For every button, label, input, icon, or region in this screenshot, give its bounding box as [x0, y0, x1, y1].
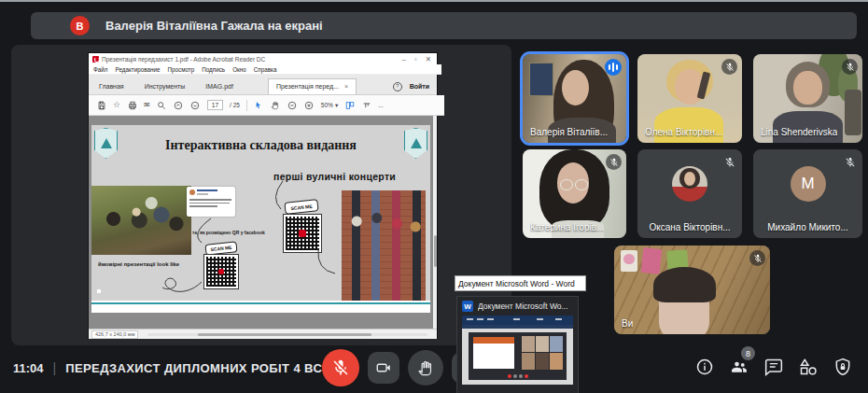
tab-imag-pdf[interactable]: IMAG.pdf	[195, 78, 244, 94]
acrobat-reader-window: Презентація передзахист 1.pdf - Adobe Ac…	[89, 53, 437, 338]
chat-icon[interactable]	[763, 357, 784, 377]
activities-icon[interactable]	[798, 357, 819, 377]
search-icon[interactable]	[157, 100, 167, 110]
menu-help[interactable]: Справка	[254, 66, 277, 73]
screen-share-tile[interactable]: Презентація передзахист 1.pdf - Adobe Ac…	[11, 45, 511, 345]
avatar-initial: М	[791, 166, 826, 202]
active-tab-label: Презентація перед...	[276, 79, 339, 94]
page-down-icon[interactable]	[190, 100, 201, 110]
people-icon[interactable]: 8	[729, 357, 749, 377]
mic-off-icon	[842, 154, 858, 170]
participant-name: Катерина Ігорів...	[530, 222, 604, 232]
participant-tile-lina[interactable]: Lina Shenderivska	[753, 54, 862, 143]
participant-tile-valeriia[interactable]: Валерія Віталіїв...	[523, 54, 626, 143]
maximize-icon[interactable]: ▫	[414, 55, 417, 63]
slide-artifact-dot	[97, 289, 101, 293]
page-dimensions-label: 426,7 x 240,0 мм	[91, 330, 138, 339]
print-icon[interactable]	[127, 100, 137, 110]
word-preview-title: Документ Microsoft Wo...	[478, 302, 568, 311]
participant-tile-you[interactable]: Ви	[614, 246, 770, 334]
info-icon[interactable]	[694, 357, 715, 377]
participant-name: Lina Shenderivska	[761, 127, 837, 137]
email-icon[interactable]: ✉	[144, 102, 150, 109]
page-number-input[interactable]: 17	[207, 100, 223, 110]
word-ribbon	[462, 316, 573, 325]
zoom-out-icon[interactable]	[287, 100, 298, 110]
participant-name: Валерія Віталіїв...	[530, 127, 608, 137]
minimize-icon[interactable]: –	[402, 55, 406, 63]
participant-tile-oksana[interactable]: Оксана Вікторівн...	[637, 149, 742, 238]
word-window-thumbnail[interactable]	[462, 316, 573, 385]
university-logo-right	[404, 128, 427, 159]
post-text-line	[189, 199, 231, 201]
horizontal-scrollbar[interactable]	[147, 333, 427, 336]
meeting-title: ПЕРЕДЗАХИСТ ДИПЛОМНИХ РОБІТ 4 ВС	[65, 361, 322, 375]
slide-left-caption: ймовірні презентації look like	[98, 261, 179, 267]
post-text-line	[189, 205, 217, 207]
presenting-message: Валерія Віталіївна Гажала на екрані	[105, 19, 323, 33]
acrobat-menubar: Файл Редактирование Просмотр Подпись Окн…	[89, 64, 441, 75]
participant-tile-olena[interactable]: Олена Вікторівн...	[637, 54, 742, 143]
menu-window[interactable]: Окно	[232, 66, 246, 73]
word-taskbar-preview[interactable]: W Документ Microsoft Wo...	[456, 296, 579, 393]
more-tools-icon[interactable]: ...	[378, 102, 383, 108]
speaking-indicator-icon	[605, 59, 622, 76]
participant-name: Олена Вікторівн...	[645, 127, 722, 137]
zoom-in-icon[interactable]	[304, 100, 315, 110]
menu-file[interactable]: Файл	[93, 66, 107, 73]
host-controls-icon[interactable]	[833, 357, 853, 377]
raise-hand-button[interactable]	[408, 350, 443, 386]
page-up-icon[interactable]	[174, 100, 184, 110]
menu-view[interactable]: Просмотр	[167, 66, 194, 73]
help-icon[interactable]: ?	[393, 82, 402, 91]
embedded-meeting-screenshot	[469, 332, 567, 380]
mic-off-icon	[842, 59, 858, 75]
participants-count-badge: 8	[741, 346, 755, 360]
zoom-level-select[interactable]: 50%▾	[321, 102, 338, 109]
vertical-scrollbar[interactable]	[433, 116, 437, 329]
tab-close-icon[interactable]: ×	[344, 79, 348, 94]
vertical-scrollbar-thumb[interactable]	[434, 235, 437, 267]
post-text-line	[189, 203, 230, 204]
page-total-label: / 25	[230, 102, 240, 108]
save-icon[interactable]	[96, 100, 106, 110]
word-app-icon: W	[462, 301, 473, 312]
hand-tool-icon[interactable]	[271, 100, 281, 110]
mic-off-icon	[721, 154, 737, 170]
facebook-post-snippet	[187, 187, 235, 217]
acrobat-tabbar: Главная Инструменты IMAG.pdf Презентація…	[89, 75, 437, 95]
slide-photo-people-on-grass	[91, 186, 191, 255]
tab-tools[interactable]: Инструменты	[134, 78, 196, 94]
participant-tile-mykhailo[interactable]: М Михайло Микито...	[753, 149, 862, 238]
page-view-icon[interactable]	[344, 100, 355, 110]
microphone-mute-button[interactable]	[322, 349, 359, 386]
star-icon[interactable]: ☆	[113, 101, 120, 109]
scan-me-tag-2: SCAN ME	[284, 199, 318, 215]
slide-title: Інтерактивна складова видання	[123, 138, 399, 153]
post-author-line	[197, 189, 217, 191]
video-feed	[614, 246, 770, 334]
participant-name: Оксана Вікторівн...	[637, 222, 742, 232]
qr-code-1	[203, 254, 239, 289]
camera-button[interactable]	[368, 352, 399, 384]
menu-sign[interactable]: Подпись	[202, 66, 225, 73]
qr-code-2	[283, 214, 322, 253]
participant-tile-kateryna[interactable]: Катерина Ігорів...	[523, 149, 626, 238]
sign-in-button[interactable]: Войти	[410, 78, 429, 94]
word-preview-header: W Документ Microsoft Wo...	[457, 297, 578, 316]
tab-presentation-pdf[interactable]: Презентація перед... ×	[268, 78, 357, 94]
acrobat-window-title: Презентація передзахист 1.pdf - Adobe Ac…	[102, 56, 265, 63]
select-tool-icon[interactable]	[254, 100, 264, 110]
pdf-content-area[interactable]: Інтерактивна складова видання ймовірні п…	[89, 116, 437, 329]
horizontal-scrollbar-thumb[interactable]	[198, 333, 371, 336]
tab-home[interactable]: Главная	[89, 78, 134, 94]
slide-center-caption: те, як розміщено QR у facebook	[192, 230, 267, 235]
participant-name: Михайло Микито...	[753, 222, 862, 232]
mic-off-icon	[606, 154, 622, 170]
close-icon[interactable]: ✕	[426, 55, 431, 63]
university-logo-left	[94, 128, 118, 159]
tools-panel-icon[interactable]	[361, 100, 371, 110]
acrobat-app-icon	[92, 56, 99, 63]
avatar: М	[791, 166, 826, 202]
menu-edit[interactable]: Редактирование	[115, 66, 160, 73]
